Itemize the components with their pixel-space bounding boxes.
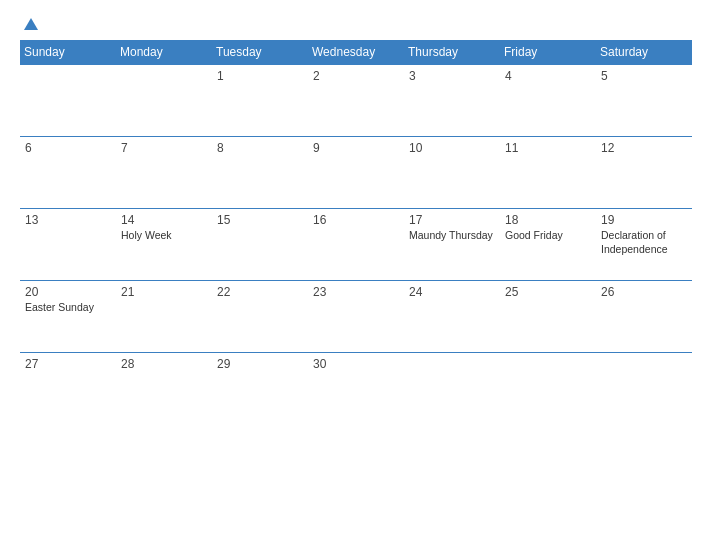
week-row-2: 1314Holy Week151617Maundy Thursday18Good… bbox=[20, 209, 692, 281]
day-header-thursday: Thursday bbox=[404, 40, 500, 65]
calendar-cell bbox=[500, 353, 596, 425]
calendar-cell: 7 bbox=[116, 137, 212, 209]
cell-date-number: 14 bbox=[121, 213, 207, 227]
cell-date-number: 29 bbox=[217, 357, 303, 371]
cell-date-number: 28 bbox=[121, 357, 207, 371]
day-header-wednesday: Wednesday bbox=[308, 40, 404, 65]
cell-event-label: Holy Week bbox=[121, 229, 207, 243]
calendar-cell: 4 bbox=[500, 65, 596, 137]
calendar-cell: 28 bbox=[116, 353, 212, 425]
day-header-friday: Friday bbox=[500, 40, 596, 65]
cell-date-number: 19 bbox=[601, 213, 687, 227]
cell-date-number: 9 bbox=[313, 141, 399, 155]
cell-date-number: 7 bbox=[121, 141, 207, 155]
page: SundayMondayTuesdayWednesdayThursdayFrid… bbox=[0, 0, 712, 550]
logo-blue-text bbox=[20, 18, 38, 30]
day-header-saturday: Saturday bbox=[596, 40, 692, 65]
cell-event-label: Declaration of Independence bbox=[601, 229, 687, 256]
calendar-cell: 20Easter Sunday bbox=[20, 281, 116, 353]
cell-date-number: 5 bbox=[601, 69, 687, 83]
calendar-cell: 9 bbox=[308, 137, 404, 209]
week-row-3: 20Easter Sunday212223242526 bbox=[20, 281, 692, 353]
calendar-cell: 14Holy Week bbox=[116, 209, 212, 281]
cell-event-label: Good Friday bbox=[505, 229, 591, 243]
cell-date-number: 17 bbox=[409, 213, 495, 227]
cell-date-number: 22 bbox=[217, 285, 303, 299]
cell-date-number: 30 bbox=[313, 357, 399, 371]
calendar-cell: 16 bbox=[308, 209, 404, 281]
cell-date-number: 3 bbox=[409, 69, 495, 83]
day-header-sunday: Sunday bbox=[20, 40, 116, 65]
calendar-cell: 30 bbox=[308, 353, 404, 425]
calendar-cell: 13 bbox=[20, 209, 116, 281]
calendar-cell: 5 bbox=[596, 65, 692, 137]
calendar-cell: 2 bbox=[308, 65, 404, 137]
calendar-cell bbox=[116, 65, 212, 137]
cell-date-number: 15 bbox=[217, 213, 303, 227]
cell-date-number: 4 bbox=[505, 69, 591, 83]
calendar-cell bbox=[596, 353, 692, 425]
cell-date-number: 25 bbox=[505, 285, 591, 299]
week-row-0: 12345 bbox=[20, 65, 692, 137]
calendar-cell: 11 bbox=[500, 137, 596, 209]
cell-date-number: 6 bbox=[25, 141, 111, 155]
week-row-4: 27282930 bbox=[20, 353, 692, 425]
calendar-cell bbox=[404, 353, 500, 425]
calendar-cell: 8 bbox=[212, 137, 308, 209]
calendar-cell: 3 bbox=[404, 65, 500, 137]
cell-date-number: 21 bbox=[121, 285, 207, 299]
cell-date-number: 20 bbox=[25, 285, 111, 299]
cell-date-number: 13 bbox=[25, 213, 111, 227]
day-header-monday: Monday bbox=[116, 40, 212, 65]
calendar-cell: 27 bbox=[20, 353, 116, 425]
calendar-cell: 1 bbox=[212, 65, 308, 137]
cell-date-number: 2 bbox=[313, 69, 399, 83]
calendar-cell: 15 bbox=[212, 209, 308, 281]
day-header-tuesday: Tuesday bbox=[212, 40, 308, 65]
cell-date-number: 10 bbox=[409, 141, 495, 155]
cell-date-number: 27 bbox=[25, 357, 111, 371]
calendar-cell: 24 bbox=[404, 281, 500, 353]
logo-triangle-icon bbox=[24, 18, 38, 30]
calendar-cell: 10 bbox=[404, 137, 500, 209]
cell-date-number: 11 bbox=[505, 141, 591, 155]
calendar-cell: 19Declaration of Independence bbox=[596, 209, 692, 281]
cell-date-number: 24 bbox=[409, 285, 495, 299]
calendar-cell: 22 bbox=[212, 281, 308, 353]
calendar-cell: 25 bbox=[500, 281, 596, 353]
calendar-cell: 17Maundy Thursday bbox=[404, 209, 500, 281]
calendar-cell: 6 bbox=[20, 137, 116, 209]
header bbox=[20, 18, 692, 30]
cell-event-label: Maundy Thursday bbox=[409, 229, 495, 243]
cell-date-number: 23 bbox=[313, 285, 399, 299]
calendar-table: SundayMondayTuesdayWednesdayThursdayFrid… bbox=[20, 40, 692, 425]
cell-date-number: 18 bbox=[505, 213, 591, 227]
calendar-header-row: SundayMondayTuesdayWednesdayThursdayFrid… bbox=[20, 40, 692, 65]
calendar-cell: 12 bbox=[596, 137, 692, 209]
calendar-cell: 21 bbox=[116, 281, 212, 353]
cell-date-number: 1 bbox=[217, 69, 303, 83]
cell-date-number: 12 bbox=[601, 141, 687, 155]
cell-date-number: 26 bbox=[601, 285, 687, 299]
calendar-cell: 26 bbox=[596, 281, 692, 353]
week-row-1: 6789101112 bbox=[20, 137, 692, 209]
cell-date-number: 8 bbox=[217, 141, 303, 155]
calendar-cell: 18Good Friday bbox=[500, 209, 596, 281]
calendar-cell: 23 bbox=[308, 281, 404, 353]
calendar-cell bbox=[20, 65, 116, 137]
calendar-cell: 29 bbox=[212, 353, 308, 425]
cell-date-number: 16 bbox=[313, 213, 399, 227]
logo bbox=[20, 18, 38, 30]
cell-event-label: Easter Sunday bbox=[25, 301, 111, 315]
